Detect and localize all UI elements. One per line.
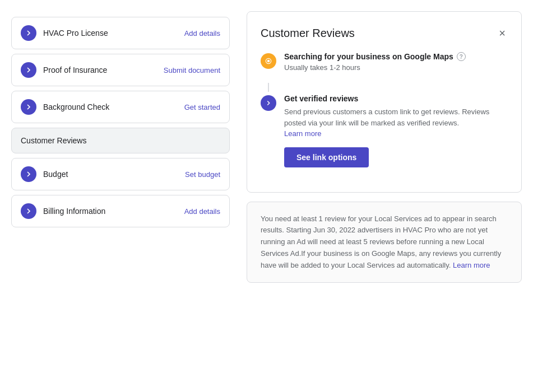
- arrow-icon-billing: [21, 203, 36, 219]
- reviews-label: Customer Reviews: [21, 136, 86, 145]
- svg-point-0: [267, 60, 270, 63]
- step-searching-subtitle: Usually takes 1-2 hours: [284, 63, 508, 72]
- right-panel: Customer Reviews × Searching for your bu…: [247, 11, 522, 283]
- insurance-action[interactable]: Submit document: [164, 66, 220, 74]
- budget-action[interactable]: Set budget: [185, 170, 220, 179]
- list-item-left-background: Background Check: [21, 99, 109, 115]
- learn-more-link-info[interactable]: Learn more: [453, 261, 490, 269]
- step-verified-content: Get verified reviews Send previous custo…: [284, 94, 508, 167]
- verified-icon: [261, 95, 276, 111]
- background-label: Background Check: [43, 102, 109, 111]
- searching-icon: [261, 53, 276, 69]
- step-searching-content: Searching for your business on Google Ma…: [284, 52, 508, 72]
- card-title: Customer Reviews: [261, 27, 355, 40]
- list-item-background[interactable]: Background Check Get started: [11, 91, 230, 123]
- arrow-icon-background: [21, 99, 36, 115]
- list-item-left-billing: Billing Information: [21, 203, 105, 219]
- list-item-left-insurance: Proof of Insurance: [21, 62, 107, 78]
- arrow-icon-hvac: [21, 25, 36, 41]
- card-header: Customer Reviews ×: [261, 25, 508, 41]
- list-item-hvac[interactable]: HVAC Pro License Add details: [11, 17, 230, 49]
- insurance-label: Proof of Insurance: [43, 66, 107, 74]
- budget-label: Budget: [43, 170, 68, 179]
- see-link-options-button[interactable]: See link options: [284, 147, 369, 167]
- info-box: You need at least 1 review for your Loca…: [247, 202, 522, 283]
- reviews-card: Customer Reviews × Searching for your bu…: [247, 11, 522, 193]
- background-action[interactable]: Get started: [184, 103, 220, 111]
- info-text: You need at least 1 review for your Loca…: [261, 213, 508, 272]
- close-button[interactable]: ×: [497, 25, 508, 41]
- learn-more-link-verified[interactable]: Learn more: [284, 129, 321, 138]
- step-searching: Searching for your business on Google Ma…: [261, 52, 508, 72]
- left-panel: HVAC Pro License Add details Proof of In…: [11, 11, 230, 227]
- arrow-icon-insurance: [21, 62, 36, 78]
- step-verified: Get verified reviews Send previous custo…: [261, 94, 508, 167]
- step-verified-title: Get verified reviews: [284, 94, 508, 103]
- step-searching-title: Searching for your business on Google Ma…: [284, 52, 508, 61]
- help-icon-searching[interactable]: ?: [457, 52, 466, 61]
- list-item-left-reviews: Customer Reviews: [21, 136, 86, 145]
- billing-label: Billing Information: [43, 207, 105, 216]
- list-item-budget[interactable]: Budget Set budget: [11, 158, 230, 190]
- list-item-left-budget: Budget: [21, 166, 68, 182]
- step-divider: [268, 83, 269, 92]
- step-verified-description: Send previous customers a custom link to…: [284, 106, 508, 139]
- list-item-reviews[interactable]: Customer Reviews: [11, 128, 230, 153]
- hvac-label: HVAC Pro License: [43, 29, 108, 38]
- list-item-billing[interactable]: Billing Information Add details: [11, 195, 230, 227]
- hvac-action[interactable]: Add details: [184, 29, 220, 38]
- arrow-icon-budget: [21, 166, 36, 182]
- list-item-insurance[interactable]: Proof of Insurance Submit document: [11, 54, 230, 86]
- list-item-left-hvac: HVAC Pro License: [21, 25, 108, 41]
- billing-action[interactable]: Add details: [184, 207, 220, 216]
